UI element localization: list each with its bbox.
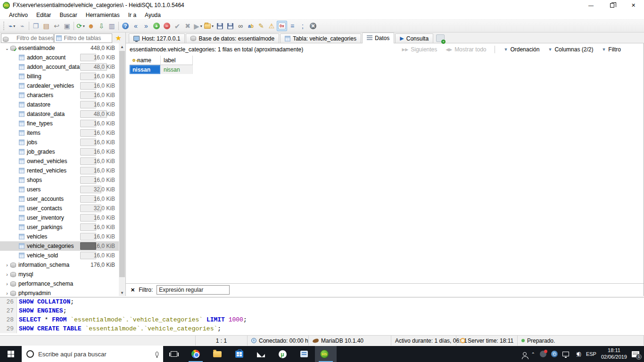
tab-datos[interactable]: Datos: [362, 33, 394, 43]
tab-base-de-datos-essentialmode[interactable]: Base de datos: essentialmode: [186, 33, 279, 43]
tree-item-characters[interactable]: characters16,0 KiB: [0, 90, 119, 100]
tree-item-shops[interactable]: shops16,0 KiB: [0, 175, 119, 185]
table-filter-input[interactable]: [55, 34, 112, 42]
edit-clear-button[interactable]: ✎: [256, 21, 266, 31]
grid-filter-input[interactable]: [157, 285, 230, 295]
post-button[interactable]: ✔: [172, 21, 182, 31]
restore-button[interactable]: [602, 0, 623, 10]
app-taskbar-button[interactable]: [293, 346, 315, 362]
replace-button[interactable]: ab: [246, 21, 256, 31]
insert-row-button[interactable]: +: [151, 21, 162, 31]
tree-item-cardealer_vehicles[interactable]: cardealer_vehicles16,0 KiB: [0, 81, 119, 90]
tree-toggle-icon[interactable]: ›: [4, 272, 10, 277]
tree-item-fine_types[interactable]: fine_types16,0 KiB: [0, 119, 119, 128]
language-indicator[interactable]: ESP: [586, 351, 596, 357]
tree-item-vehicle_sold[interactable]: vehicle_sold16,0 KiB: [0, 251, 119, 260]
tree-scrollbar[interactable]: ▲ ▼: [119, 43, 125, 296]
tree-item-vehicle_categories[interactable]: vehicle_categories16,0 KiB: [0, 241, 119, 251]
save-snippet-button[interactable]: ▥: [107, 21, 117, 31]
tree-item-datastore_data[interactable]: datastore_data48,0 KiB: [0, 109, 119, 119]
stop-button[interactable]: ✕: [308, 21, 318, 31]
new-query-tab-icon[interactable]: [436, 34, 445, 42]
explorer-taskbar-button[interactable]: [206, 346, 228, 362]
tab-consulta[interactable]: ▶Consulta: [395, 33, 433, 43]
menu-item-herramientas[interactable]: Herramientas: [82, 11, 124, 19]
tree-toggle-icon[interactable]: ›: [4, 291, 10, 296]
clear-filter-icon[interactable]: ✕: [131, 287, 135, 293]
tree-item-vehicles[interactable]: vehicles16,0 KiB: [0, 232, 119, 241]
table-filter[interactable]: [54, 33, 112, 43]
tree-item-user_accounts[interactable]: user_accounts16,0 KiB: [0, 194, 119, 204]
scroll-up-icon[interactable]: ▲: [119, 43, 125, 50]
tree-item-performance_schema[interactable]: ›performance_schema: [0, 279, 119, 288]
discord-icon[interactable]: [540, 351, 546, 357]
tree-item-essentialmode[interactable]: ⌄essentialmode448,0 KiB: [0, 43, 119, 53]
menu-item-ayuda[interactable]: Ayuda: [140, 11, 165, 19]
tree-item-billing[interactable]: billing16,0 KiB: [0, 72, 119, 81]
tree-item-mysql[interactable]: ›mysql: [0, 270, 119, 279]
siguientes-button[interactable]: ▶▶Siguientes: [402, 46, 437, 53]
save-sql-button[interactable]: [215, 21, 225, 31]
save-sql-as-button[interactable]: [225, 21, 235, 31]
cell-label[interactable]: nissan: [161, 65, 193, 74]
taskbar-search[interactable]: Escribe aquí para buscar: [22, 346, 163, 362]
help-button[interactable]: ?: [120, 21, 131, 31]
columnas-2-2--button[interactable]: ▼Columnas (2/2): [548, 46, 593, 53]
tab-tabla-vehicle-categories[interactable]: Tabla: vehicle_categories: [280, 33, 361, 43]
undo-button[interactable]: ↩: [51, 21, 62, 31]
warning-button[interactable]: ⚠: [266, 21, 277, 31]
start-button[interactable]: [0, 346, 22, 362]
last-row-button[interactable]: »: [141, 21, 151, 31]
filtro-button[interactable]: ▼Filtro: [602, 46, 621, 53]
tree-item-job_grades[interactable]: job_grades16,0 KiB: [0, 147, 119, 156]
tab-host-127-0-0-1[interactable]: Host: 127.0.0.1: [129, 33, 185, 43]
menu-item-ir-a[interactable]: Ir a: [124, 11, 140, 19]
column-header-name[interactable]: name: [130, 56, 161, 65]
tray-chevron-up-icon[interactable]: ⌃: [531, 352, 535, 357]
tree-item-users[interactable]: users32,0 KiB: [0, 185, 119, 194]
tree-toggle-icon[interactable]: ⌄: [4, 46, 10, 51]
chrome-taskbar-button[interactable]: [185, 346, 206, 362]
action-center-icon[interactable]: 1: [632, 351, 639, 357]
tree-item-addon_account_data[interactable]: addon_account_data48,0 KiB: [0, 62, 119, 72]
database-filter-input[interactable]: [7, 34, 53, 42]
network-icon[interactable]: [562, 352, 569, 356]
heidisql-taskbar-button[interactable]: HS: [315, 346, 337, 362]
run-query-button[interactable]: ▶▾: [193, 21, 203, 31]
disconnect-button[interactable]: ⌁: [17, 21, 27, 31]
database-filter[interactable]: [1, 33, 54, 43]
tree-item-user_contacts[interactable]: user_contacts32,0 KiB: [0, 204, 119, 213]
mostrar-todo-button[interactable]: ◀▶Mostrar todo: [446, 46, 486, 53]
copy-button[interactable]: ❐: [31, 21, 41, 31]
task-view-taskbar-button[interactable]: [163, 346, 185, 362]
delete-row-button[interactable]: −: [162, 21, 172, 31]
menu-item-buscar[interactable]: Buscar: [55, 11, 81, 19]
session-manager-button[interactable]: ⌁▾: [7, 21, 17, 31]
close-button[interactable]: ✕: [623, 0, 644, 10]
scroll-down-icon[interactable]: ▼: [119, 289, 125, 296]
microphone-icon[interactable]: [156, 352, 158, 356]
favorites-star-icon[interactable]: ★: [113, 34, 124, 42]
utorrent-taskbar-button[interactable]: µ: [272, 346, 293, 362]
tree-item-items[interactable]: items16,0 KiB: [0, 128, 119, 138]
people-icon[interactable]: [523, 352, 527, 356]
tree-item-user_inventory[interactable]: user_inventory16,0 KiB: [0, 213, 119, 222]
sql-log[interactable]: 26SHOW COLLATION;27SHOW ENGINES;28SELECT…: [0, 297, 644, 335]
column-header-label[interactable]: label: [161, 56, 193, 65]
load-sql-button[interactable]: ▾: [203, 21, 215, 31]
menu-item-editar[interactable]: Editar: [32, 11, 55, 19]
tree-item-jobs[interactable]: jobs16,0 KiB: [0, 138, 119, 147]
tree-item-datastore[interactable]: datastore16,0 KiB: [0, 100, 119, 109]
scrollbar-thumb[interactable]: [119, 51, 125, 277]
tree-toggle-icon[interactable]: ›: [4, 281, 10, 287]
first-row-button[interactable]: «: [131, 21, 141, 31]
steam-icon[interactable]: [551, 351, 558, 357]
print-button[interactable]: ▣: [62, 21, 72, 31]
tree-item-addon_account[interactable]: addon_account16,0 KiB: [0, 53, 119, 62]
ordenaci-n-button[interactable]: ▼Ordenación: [504, 46, 539, 53]
hex-view-button[interactable]: 0x: [277, 21, 287, 31]
cell-name[interactable]: nissan: [130, 65, 161, 74]
paste-button[interactable]: ▤: [41, 21, 51, 31]
tree-item-information_schema[interactable]: ›information_schema176,0 KiB: [0, 260, 119, 270]
tree-item-owned_vehicles[interactable]: owned_vehicles16,0 KiB: [0, 156, 119, 166]
